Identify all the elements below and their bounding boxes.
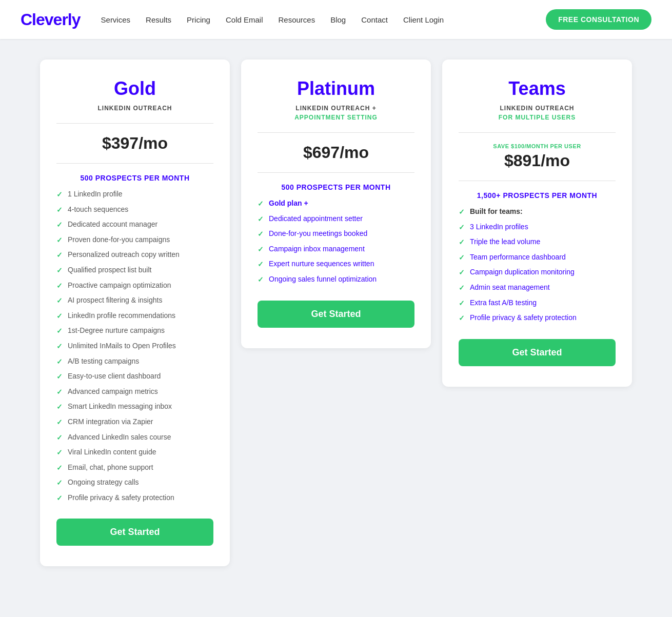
list-item: ✓LinkedIn profile recommendations	[56, 311, 213, 322]
check-icon: ✓	[56, 463, 63, 473]
feature-text: Gold plan +	[269, 198, 308, 209]
check-icon: ✓	[459, 207, 465, 217]
list-item: ✓Personalized outreach copy written	[56, 250, 213, 261]
feature-text: Smart LinkedIn messaging inbox	[68, 402, 172, 412]
teams-save-badge: SAVE $100/MONTH PER USER	[459, 143, 616, 149]
check-icon: ✓	[56, 478, 63, 488]
list-item: ✓Extra fast A/B testing	[459, 298, 616, 309]
feature-text: Proactive campaign optimization	[68, 281, 171, 291]
feature-text: Easy-to-use client dashboard	[68, 371, 161, 382]
check-icon: ✓	[258, 275, 264, 285]
divider	[459, 132, 616, 133]
feature-text: Campaign duplication monitoring	[470, 267, 575, 277]
nav-link-cold-email[interactable]: Cold Email	[226, 15, 263, 24]
divider	[258, 172, 414, 173]
nav-link-resources[interactable]: Resources	[278, 15, 315, 24]
teams-plan-name: Teams	[459, 78, 616, 99]
list-item: ✓CRM integration via Zapier	[56, 417, 213, 428]
check-icon: ✓	[459, 313, 465, 324]
list-item: ✓Advanced LinkedIn sales course	[56, 432, 213, 443]
feature-text: 1 LinkedIn profile	[68, 189, 123, 200]
feature-text: Qualified prospect list built	[68, 265, 151, 275]
check-icon: ✓	[56, 235, 63, 246]
feature-text: Ongoing strategy calls	[68, 477, 139, 488]
list-item: ✓Ongoing sales funnel optimization	[258, 274, 414, 285]
list-item: ✓Dedicated account manager	[56, 220, 213, 230]
platinum-get-started-button[interactable]: Get Started	[258, 301, 414, 328]
navbar: Cleverly ServicesResultsPricingCold Emai…	[0, 0, 672, 39]
check-icon: ✓	[459, 268, 465, 278]
feature-text: Advanced LinkedIn sales course	[68, 432, 171, 443]
list-item: ✓Easy-to-use client dashboard	[56, 371, 213, 382]
check-icon: ✓	[56, 357, 63, 367]
teams-get-started-button[interactable]: Get Started	[459, 339, 616, 366]
list-item: ✓4-touch sequences	[56, 205, 213, 215]
list-item: ✓Campaign inbox management	[258, 244, 414, 255]
nav-link-results[interactable]: Results	[146, 15, 171, 24]
list-item: ✓Proactive campaign optimization	[56, 281, 213, 291]
check-icon: ✓	[258, 245, 264, 255]
nav-link-pricing[interactable]: Pricing	[187, 15, 210, 24]
nav-link-client-login[interactable]: Client Login	[403, 15, 444, 24]
platinum-price: $697/mo	[258, 143, 414, 162]
nav-link-contact[interactable]: Contact	[361, 15, 388, 24]
list-item: ✓Admin seat management	[459, 283, 616, 293]
feature-text: Expert nurture sequences written	[269, 259, 374, 269]
list-item: ✓Profile privacy & safety protection	[459, 313, 616, 324]
teams-prospects-label: 1,500+ PROSPECTS PER MONTH	[459, 191, 616, 200]
feature-text: 4-touch sequences	[68, 205, 128, 215]
list-item: ✓Gold plan +	[258, 198, 414, 209]
check-icon: ✓	[56, 387, 63, 397]
platinum-features-list: ✓Gold plan +✓Dedicated appointment sette…	[258, 198, 414, 285]
feature-text: Viral LinkedIn content guide	[68, 447, 156, 457]
feature-text: Built for teams:	[470, 207, 523, 217]
platinum-prospects-label: 500 PROSPECTS PER MONTH	[258, 183, 414, 191]
check-icon: ✓	[459, 283, 465, 293]
list-item: ✓Profile privacy & safety protection	[56, 493, 213, 504]
check-icon: ✓	[459, 253, 465, 263]
nav-link-blog[interactable]: Blog	[330, 15, 346, 24]
nav-link-services[interactable]: Services	[101, 15, 131, 24]
check-icon: ✓	[56, 342, 63, 352]
check-icon: ✓	[459, 298, 465, 309]
check-icon: ✓	[459, 223, 465, 233]
list-item: ✓Viral LinkedIn content guide	[56, 447, 213, 458]
free-consultation-button[interactable]: FREE CONSULTATION	[546, 9, 651, 30]
list-item: ✓1st-Degree nurture campaigns	[56, 326, 213, 336]
teams-subtitle: LINKEDIN OUTREACHFOR MULTIPLE USERS	[459, 104, 616, 122]
check-icon: ✓	[56, 281, 63, 291]
check-icon: ✓	[56, 205, 63, 215]
divider	[56, 163, 213, 164]
check-icon: ✓	[56, 417, 63, 428]
divider	[258, 132, 414, 133]
check-icon: ✓	[56, 266, 63, 276]
feature-text: Advanced campaign metrics	[68, 387, 158, 397]
feature-text: Dedicated account manager	[68, 220, 157, 230]
check-icon: ✓	[459, 237, 465, 248]
feature-text: Profile privacy & safety protection	[470, 313, 577, 323]
feature-text: CRM integration via Zapier	[68, 417, 153, 427]
list-item: ✓Expert nurture sequences written	[258, 259, 414, 270]
list-item: ✓3 LinkedIn profiles	[459, 222, 616, 233]
check-icon: ✓	[56, 326, 63, 336]
check-icon: ✓	[258, 214, 264, 225]
feature-text: LinkedIn profile recommendations	[68, 311, 175, 321]
feature-text: Done-for-you meetings booked	[269, 229, 367, 239]
feature-text: Ongoing sales funnel optimization	[269, 274, 377, 285]
pricing-card-teams: TeamsLINKEDIN OUTREACHFOR MULTIPLE USERS…	[442, 59, 632, 387]
gold-features-list: ✓1 LinkedIn profile✓4-touch sequences✓De…	[56, 189, 213, 503]
check-icon: ✓	[56, 190, 63, 200]
platinum-plan-name: Platinum	[258, 78, 414, 99]
gold-get-started-button[interactable]: Get Started	[56, 519, 213, 546]
feature-text: Team performance dashboard	[470, 252, 566, 263]
list-item: ✓1 LinkedIn profile	[56, 189, 213, 200]
list-item: ✓Done-for-you meetings booked	[258, 229, 414, 240]
divider	[459, 181, 616, 181]
list-item: ✓AI prospect filtering & insights	[56, 295, 213, 306]
feature-text: Unlimited InMails to Open Profiles	[68, 341, 176, 351]
teams-price: $891/mo	[459, 151, 616, 170]
list-item: ✓Email, chat, phone support	[56, 463, 213, 473]
pricing-card-gold: GoldLINKEDIN OUTREACH$397/mo500 PROSPECT…	[40, 59, 230, 566]
logo: Cleverly	[21, 10, 81, 29]
list-item: ✓Dedicated appointment setter	[258, 214, 414, 225]
